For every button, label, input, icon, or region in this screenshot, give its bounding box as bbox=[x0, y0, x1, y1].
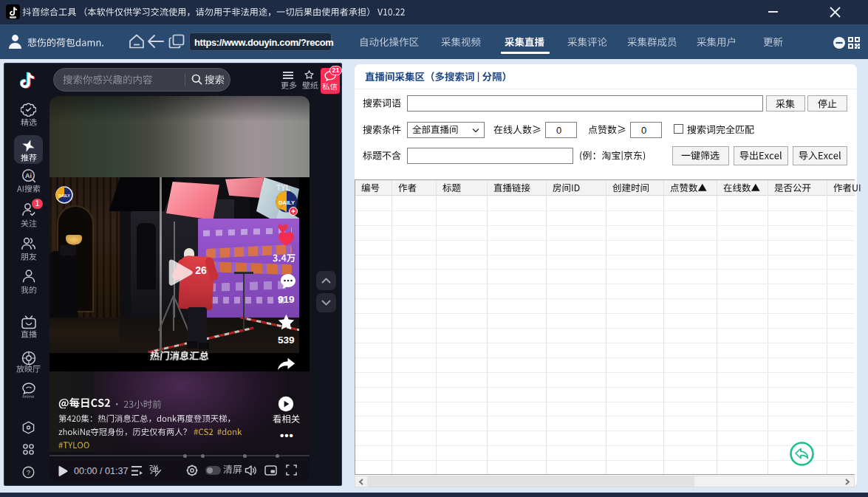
svg-text:?: ? bbox=[27, 468, 30, 476]
svg-text:DAILY: DAILY bbox=[278, 199, 295, 206]
svg-text:Ai: Ai bbox=[25, 172, 32, 179]
svg-text:TOOL: TOOL bbox=[10, 16, 16, 18]
svg-text:DAILY: DAILY bbox=[58, 193, 70, 198]
